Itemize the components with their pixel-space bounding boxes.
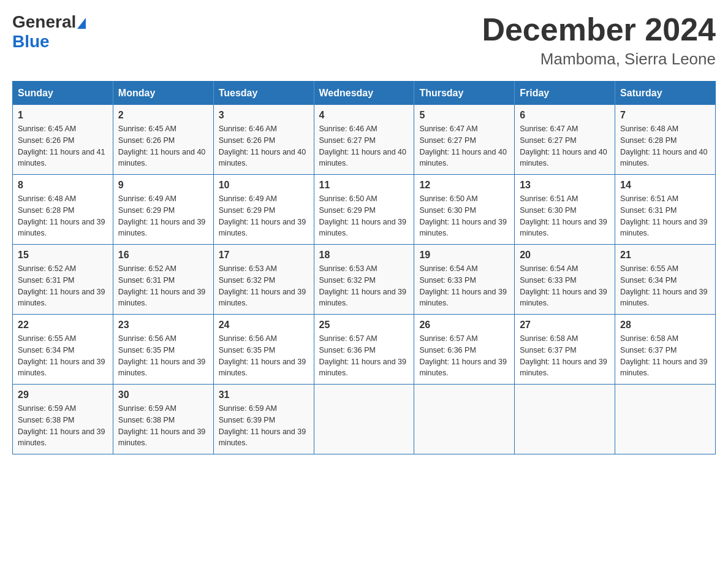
day-number: 25 — [319, 320, 409, 331]
day-info: Sunrise: 6:54 AMSunset: 6:33 PMDaylight:… — [419, 263, 509, 309]
table-row: 21Sunrise: 6:55 AMSunset: 6:34 PMDayligh… — [615, 245, 716, 315]
col-tuesday: Tuesday — [213, 82, 314, 105]
day-info: Sunrise: 6:50 AMSunset: 6:30 PMDaylight:… — [419, 193, 509, 239]
table-row — [414, 385, 515, 454]
day-number: 31 — [219, 389, 309, 400]
day-number: 30 — [118, 389, 208, 400]
day-number: 3 — [219, 110, 309, 121]
table-row: 17Sunrise: 6:53 AMSunset: 6:32 PMDayligh… — [213, 245, 314, 315]
table-row — [615, 385, 716, 454]
table-row: 1Sunrise: 6:45 AMSunset: 6:26 PMDaylight… — [13, 105, 113, 175]
table-row: 9Sunrise: 6:49 AMSunset: 6:29 PMDaylight… — [113, 175, 213, 245]
table-row: 11Sunrise: 6:50 AMSunset: 6:29 PMDayligh… — [314, 175, 414, 245]
table-row: 22Sunrise: 6:55 AMSunset: 6:34 PMDayligh… — [13, 315, 113, 385]
day-info: Sunrise: 6:57 AMSunset: 6:36 PMDaylight:… — [319, 333, 409, 379]
col-wednesday: Wednesday — [314, 82, 414, 105]
table-row: 19Sunrise: 6:54 AMSunset: 6:33 PMDayligh… — [414, 245, 515, 315]
day-number: 13 — [520, 180, 610, 191]
logo-blue-text: Blue — [12, 32, 50, 52]
day-info: Sunrise: 6:47 AMSunset: 6:27 PMDaylight:… — [419, 123, 509, 169]
table-row: 10Sunrise: 6:49 AMSunset: 6:29 PMDayligh… — [213, 175, 314, 245]
table-row: 15Sunrise: 6:52 AMSunset: 6:31 PMDayligh… — [13, 245, 113, 315]
day-number: 23 — [118, 320, 208, 331]
day-info: Sunrise: 6:49 AMSunset: 6:29 PMDaylight:… — [219, 193, 309, 239]
table-row: 3Sunrise: 6:46 AMSunset: 6:26 PMDaylight… — [213, 105, 314, 175]
day-info: Sunrise: 6:52 AMSunset: 6:31 PMDaylight:… — [118, 263, 208, 309]
day-number: 21 — [620, 250, 710, 261]
logo-triangle-icon — [77, 18, 86, 29]
table-row: 28Sunrise: 6:58 AMSunset: 6:37 PMDayligh… — [615, 315, 716, 385]
calendar-header-row: Sunday Monday Tuesday Wednesday Thursday… — [13, 82, 716, 105]
day-number: 10 — [219, 180, 309, 191]
day-info: Sunrise: 6:48 AMSunset: 6:28 PMDaylight:… — [18, 193, 108, 239]
day-number: 28 — [620, 320, 710, 331]
table-row: 4Sunrise: 6:46 AMSunset: 6:27 PMDaylight… — [314, 105, 414, 175]
table-row: 30Sunrise: 6:59 AMSunset: 6:38 PMDayligh… — [113, 385, 213, 454]
col-saturday: Saturday — [615, 82, 716, 105]
day-info: Sunrise: 6:47 AMSunset: 6:27 PMDaylight:… — [520, 123, 610, 169]
day-number: 19 — [419, 250, 509, 261]
col-friday: Friday — [515, 82, 615, 105]
table-row: 7Sunrise: 6:48 AMSunset: 6:28 PMDaylight… — [615, 105, 716, 175]
day-number: 17 — [219, 250, 309, 261]
table-row: 6Sunrise: 6:47 AMSunset: 6:27 PMDaylight… — [515, 105, 615, 175]
table-row: 8Sunrise: 6:48 AMSunset: 6:28 PMDaylight… — [13, 175, 113, 245]
day-info: Sunrise: 6:55 AMSunset: 6:34 PMDaylight:… — [620, 263, 710, 309]
table-row: 26Sunrise: 6:57 AMSunset: 6:36 PMDayligh… — [414, 315, 515, 385]
table-row: 20Sunrise: 6:54 AMSunset: 6:33 PMDayligh… — [515, 245, 615, 315]
logo: General Blue — [12, 12, 87, 52]
calendar-week-row: 15Sunrise: 6:52 AMSunset: 6:31 PMDayligh… — [13, 245, 716, 315]
table-row: 5Sunrise: 6:47 AMSunset: 6:27 PMDaylight… — [414, 105, 515, 175]
day-number: 4 — [319, 110, 409, 121]
day-info: Sunrise: 6:48 AMSunset: 6:28 PMDaylight:… — [620, 123, 710, 169]
calendar-week-row: 8Sunrise: 6:48 AMSunset: 6:28 PMDaylight… — [13, 175, 716, 245]
table-row: 16Sunrise: 6:52 AMSunset: 6:31 PMDayligh… — [113, 245, 213, 315]
day-info: Sunrise: 6:45 AMSunset: 6:26 PMDaylight:… — [18, 123, 108, 169]
day-info: Sunrise: 6:45 AMSunset: 6:26 PMDaylight:… — [118, 123, 208, 169]
day-number: 24 — [219, 320, 309, 331]
table-row — [515, 385, 615, 454]
day-info: Sunrise: 6:49 AMSunset: 6:29 PMDaylight:… — [118, 193, 208, 239]
day-number: 7 — [620, 110, 710, 121]
day-info: Sunrise: 6:50 AMSunset: 6:29 PMDaylight:… — [319, 193, 409, 239]
day-number: 18 — [319, 250, 409, 261]
day-info: Sunrise: 6:46 AMSunset: 6:27 PMDaylight:… — [319, 123, 409, 169]
day-info: Sunrise: 6:54 AMSunset: 6:33 PMDaylight:… — [520, 263, 610, 309]
day-info: Sunrise: 6:51 AMSunset: 6:31 PMDaylight:… — [620, 193, 710, 239]
page-subtitle: Mamboma, Sierra Leone — [482, 50, 716, 69]
page-header: General Blue December 2024 Mamboma, Sier… — [12, 12, 716, 69]
calendar-table: Sunday Monday Tuesday Wednesday Thursday… — [12, 81, 716, 454]
day-number: 20 — [520, 250, 610, 261]
page-title: December 2024 — [482, 12, 716, 47]
day-number: 1 — [18, 110, 108, 121]
table-row: 2Sunrise: 6:45 AMSunset: 6:26 PMDaylight… — [113, 105, 213, 175]
day-number: 12 — [419, 180, 509, 191]
day-number: 22 — [18, 320, 108, 331]
day-number: 2 — [118, 110, 208, 121]
day-number: 14 — [620, 180, 710, 191]
table-row: 23Sunrise: 6:56 AMSunset: 6:35 PMDayligh… — [113, 315, 213, 385]
day-number: 8 — [18, 180, 108, 191]
day-number: 5 — [419, 110, 509, 121]
calendar-week-row: 29Sunrise: 6:59 AMSunset: 6:38 PMDayligh… — [13, 385, 716, 454]
calendar-week-row: 22Sunrise: 6:55 AMSunset: 6:34 PMDayligh… — [13, 315, 716, 385]
day-number: 26 — [419, 320, 509, 331]
day-number: 16 — [118, 250, 208, 261]
col-thursday: Thursday — [414, 82, 515, 105]
table-row: 31Sunrise: 6:59 AMSunset: 6:39 PMDayligh… — [213, 385, 314, 454]
table-row: 27Sunrise: 6:58 AMSunset: 6:37 PMDayligh… — [515, 315, 615, 385]
day-info: Sunrise: 6:58 AMSunset: 6:37 PMDaylight:… — [520, 333, 610, 379]
day-number: 15 — [18, 250, 108, 261]
calendar-week-row: 1Sunrise: 6:45 AMSunset: 6:26 PMDaylight… — [13, 105, 716, 175]
day-info: Sunrise: 6:57 AMSunset: 6:36 PMDaylight:… — [419, 333, 509, 379]
table-row: 12Sunrise: 6:50 AMSunset: 6:30 PMDayligh… — [414, 175, 515, 245]
day-info: Sunrise: 6:51 AMSunset: 6:30 PMDaylight:… — [520, 193, 610, 239]
day-info: Sunrise: 6:55 AMSunset: 6:34 PMDaylight:… — [18, 333, 108, 379]
day-info: Sunrise: 6:59 AMSunset: 6:39 PMDaylight:… — [219, 403, 309, 449]
table-row: 29Sunrise: 6:59 AMSunset: 6:38 PMDayligh… — [13, 385, 113, 454]
day-number: 9 — [118, 180, 208, 191]
logo-general-text: General — [12, 12, 76, 32]
table-row: 14Sunrise: 6:51 AMSunset: 6:31 PMDayligh… — [615, 175, 716, 245]
table-row: 24Sunrise: 6:56 AMSunset: 6:35 PMDayligh… — [213, 315, 314, 385]
table-row: 18Sunrise: 6:53 AMSunset: 6:32 PMDayligh… — [314, 245, 414, 315]
